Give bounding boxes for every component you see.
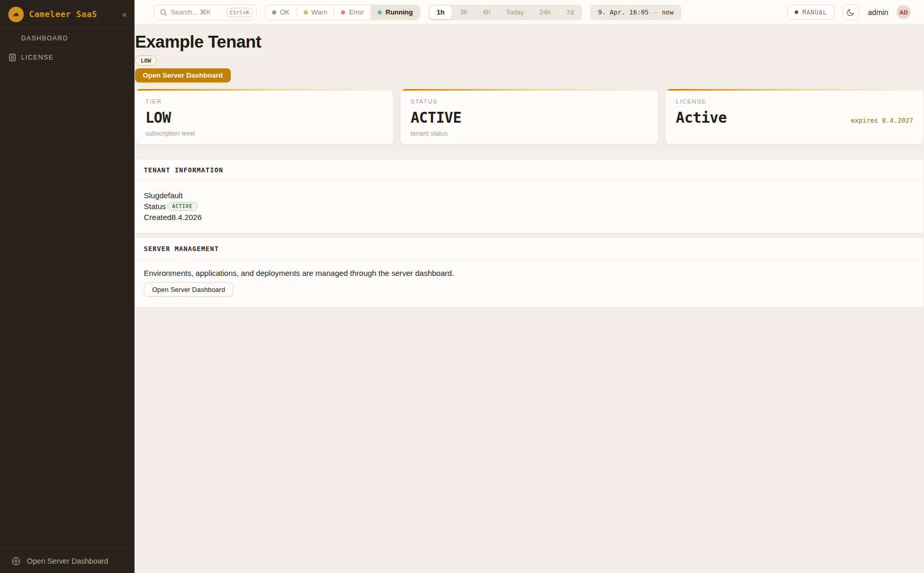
brand-name: Cameleer SaaS xyxy=(29,9,117,19)
status-label: Status xyxy=(144,202,166,211)
search-icon xyxy=(160,9,167,16)
range-1h-button[interactable]: 1h xyxy=(429,6,452,19)
info-row-slug: Slug default xyxy=(144,190,915,201)
refresh-mode-button[interactable]: MANUAL xyxy=(787,5,834,20)
tier-card-sub: subscription level xyxy=(145,130,383,137)
status-active-badge: ACTIVE xyxy=(167,202,198,211)
license-card: LICENSE Active expires 8.4.2027 xyxy=(665,89,923,144)
sidebar-header: Cameleer SaaS « xyxy=(0,0,135,29)
slug-label: Slug xyxy=(144,191,159,200)
user-name: admin xyxy=(868,8,889,17)
range-6h-button[interactable]: 6h xyxy=(476,6,498,19)
range-3h-button[interactable]: 3h xyxy=(453,6,474,19)
running-status-dot xyxy=(378,10,382,14)
status-card-sub: tenant status xyxy=(411,130,648,137)
status-filter-group: OK Warn Error Running xyxy=(265,5,420,20)
user-avatar[interactable]: AD xyxy=(897,5,911,19)
sidebar-item-dashboard[interactable]: DASHBOARD xyxy=(0,29,135,48)
server-dashboard-outline-button[interactable]: Open Server Dashboard xyxy=(144,282,233,297)
main-area: Ctrl+K OK Warn Error Running 1h 3h 6 xyxy=(135,0,924,573)
filter-warn-button[interactable]: Warn xyxy=(297,5,335,20)
tier-card: TIER LOW subscription level xyxy=(135,89,393,144)
sidebar-item-label: LICENSE xyxy=(21,54,54,61)
filter-ok-label: OK xyxy=(280,8,290,16)
created-label: Created xyxy=(144,213,171,222)
filter-ok-button[interactable]: OK xyxy=(265,5,297,20)
status-card: STATUS ACTIVE tenant status xyxy=(400,89,659,144)
search-shortcut-kbd: Ctrl+K xyxy=(227,8,252,17)
range-today-button[interactable]: Today xyxy=(499,6,531,19)
warn-status-dot xyxy=(304,10,308,14)
tier-card-label: TIER xyxy=(145,98,383,105)
sidebar-item-label: DASHBOARD xyxy=(21,35,68,42)
filter-running-label: Running xyxy=(385,8,413,16)
sidebar-nav: DASHBOARD LICENSE xyxy=(0,29,135,67)
refresh-mode-dot xyxy=(795,10,798,14)
tier-badge: LOW xyxy=(135,55,157,66)
sidebar-collapse-button[interactable]: « xyxy=(122,9,127,20)
sidebar-footer-label: Open Server Dashboard xyxy=(27,557,108,565)
license-card-value: Active xyxy=(676,109,726,126)
license-document-icon xyxy=(8,53,17,62)
page-content: Example Tenant LOW Open Server Dashboard… xyxy=(135,25,924,573)
license-card-label: LICENSE xyxy=(676,98,913,105)
server-management-description: Environments, applications, and deployme… xyxy=(144,269,915,277)
tenant-information-section: TENANT INFORMATION Slug default Status A… xyxy=(135,159,923,233)
dashboard-grid-icon xyxy=(8,34,17,42)
time-range-display[interactable]: 9. Apr. 16:05 — now xyxy=(590,5,681,20)
sidebar-item-license[interactable]: LICENSE xyxy=(0,48,135,67)
filter-warn-label: Warn xyxy=(311,8,327,16)
filter-error-label: Error xyxy=(349,8,364,16)
server-management-title: SERVER MANAGEMENT xyxy=(135,238,923,260)
sidebar-open-server-dashboard[interactable]: Open Server Dashboard xyxy=(0,548,135,573)
stat-cards-row: TIER LOW subscription level STATUS ACTIV… xyxy=(135,89,923,144)
time-separator: — xyxy=(653,8,658,16)
error-status-dot xyxy=(341,10,345,14)
filter-running-button[interactable]: Running xyxy=(371,5,420,20)
time-to: now xyxy=(662,8,674,16)
open-server-dashboard-button[interactable]: Open Server Dashboard xyxy=(135,68,231,82)
status-card-label: STATUS xyxy=(411,98,648,105)
server-management-section: SERVER MANAGEMENT Environments, applicat… xyxy=(135,238,923,307)
created-value: 8.4.2026 xyxy=(171,213,201,222)
refresh-mode-label: MANUAL xyxy=(802,9,827,16)
slug-value: default xyxy=(159,191,183,200)
search-box[interactable]: Ctrl+K xyxy=(154,5,257,20)
page-title: Example Tenant xyxy=(135,32,923,52)
tier-card-value: LOW xyxy=(145,109,171,126)
search-input[interactable] xyxy=(171,8,223,16)
license-expiry-note: expires 8.4.2027 xyxy=(851,116,913,124)
filter-error-button[interactable]: Error xyxy=(334,5,371,20)
time-from: 9. Apr. 16:05 xyxy=(598,8,649,16)
info-row-created: Created 8.4.2026 xyxy=(144,212,915,223)
theme-toggle-button[interactable] xyxy=(843,4,859,20)
info-row-status: Status ACTIVE xyxy=(144,201,915,212)
status-card-value: ACTIVE xyxy=(411,109,461,126)
tenant-information-title: TENANT INFORMATION xyxy=(135,159,923,181)
range-7d-button[interactable]: 7d xyxy=(559,6,581,19)
topbar: Ctrl+K OK Warn Error Running 1h 3h 6 xyxy=(135,0,924,25)
time-range-group: 1h 3h 6h Today 24h 7d xyxy=(428,5,582,20)
ok-status-dot xyxy=(272,10,276,14)
moon-icon xyxy=(846,8,855,17)
globe-icon xyxy=(11,556,21,566)
sidebar: Cameleer SaaS « DASHBOARD LICENSE xyxy=(0,0,135,573)
range-24h-button[interactable]: 24h xyxy=(532,6,558,19)
brand-logo-icon xyxy=(8,7,24,22)
